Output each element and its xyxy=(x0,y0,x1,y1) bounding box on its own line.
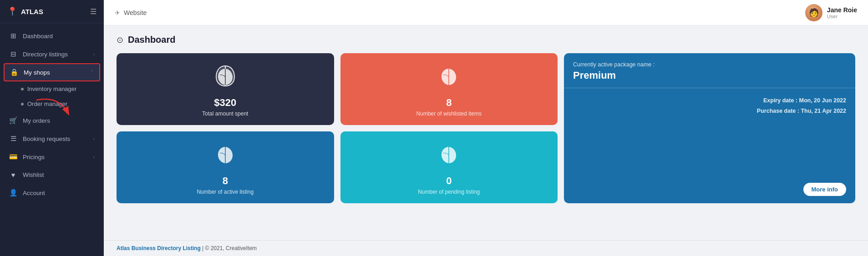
leaf-icon xyxy=(214,64,236,92)
topbar-user: 🧑 Jane Roie User xyxy=(805,4,857,21)
main-content: ✈ Website 🧑 Jane Roie User ⊙ Dashboard xyxy=(104,0,868,256)
dashboard-header-icon: ⊙ xyxy=(117,35,123,45)
app-name: ATLAS xyxy=(21,8,43,15)
sidebar-item-label: Account xyxy=(23,190,45,196)
dot-icon xyxy=(21,103,24,105)
user-avatar: 🧑 xyxy=(805,4,822,21)
lock-icon: 🔒 xyxy=(10,68,18,76)
orders-icon: 🛒 xyxy=(9,116,17,125)
sidebar-item-label: Pricings xyxy=(23,154,45,161)
cards-grid: $320 Total amount spent 8 Number of wish… xyxy=(117,53,855,203)
chevron-right-icon: › xyxy=(93,51,95,57)
sidebar-item-my-orders[interactable]: 🛒 My orders xyxy=(0,111,104,130)
wishlist-icon: ♥ xyxy=(9,171,17,179)
leaf-icon xyxy=(438,142,460,171)
package-name: Premium xyxy=(573,70,846,81)
sidebar: 📍 ATLAS ☰ ⊞ Dashboard ⊟ Directory listin… xyxy=(0,0,104,256)
account-icon: 👤 xyxy=(9,189,17,197)
logo-icon: 📍 xyxy=(7,6,17,16)
package-name-label: Currently active package name : xyxy=(573,61,846,68)
card-pending-listing: 0 Number of pending listing xyxy=(340,131,558,203)
more-info-button[interactable]: More info xyxy=(803,183,847,196)
booking-icon: ☰ xyxy=(9,135,17,143)
footer-brand: Atlas Business Directory Listing xyxy=(117,245,201,251)
app-logo: 📍 ATLAS xyxy=(7,6,43,16)
chevron-right-icon: › xyxy=(93,154,95,160)
sidebar-item-account[interactable]: 👤 Account xyxy=(0,184,104,202)
sidebar-subitem-label: Inventory manager xyxy=(27,85,76,92)
page-title: Dashboard xyxy=(128,35,175,45)
package-dates: Expiry date : Mon, 20 Jun 2022 Purchase … xyxy=(573,95,846,116)
sidebar-subitem-order-manager[interactable]: Order manager xyxy=(0,96,104,111)
sidebar-logo: 📍 ATLAS ☰ xyxy=(0,0,104,23)
card-label: Total amount spent xyxy=(202,110,248,117)
card-value: 8 xyxy=(223,175,228,187)
user-role: User xyxy=(827,14,857,19)
package-bottom: Expiry date : Mon, 20 Jun 2022 Purchase … xyxy=(564,88,855,203)
dashboard-icon: ⊞ xyxy=(9,32,17,40)
sidebar-item-pricings[interactable]: 💳 Pricings › xyxy=(0,148,104,166)
sidebar-subitem-inventory-manager[interactable]: Inventory manager xyxy=(0,81,104,96)
purchase-date: Purchase date : Thu, 21 Apr 2022 xyxy=(573,106,846,116)
card-total-amount: $320 Total amount spent xyxy=(117,53,334,125)
chevron-right-icon: › xyxy=(93,136,95,141)
sidebar-nav: ⊞ Dashboard ⊟ Directory listings › 🔒 My … xyxy=(0,23,104,256)
card-value: $320 xyxy=(214,97,236,109)
directory-icon: ⊟ xyxy=(9,50,17,58)
sidebar-item-label: Wishlist xyxy=(23,171,44,178)
sidebar-item-my-shops[interactable]: 🔒 My shops ˅ xyxy=(4,63,100,81)
sidebar-item-label: My shops xyxy=(24,69,50,76)
pricings-icon: 💳 xyxy=(9,153,17,161)
page-header: ⊙ Dashboard xyxy=(117,35,855,45)
sidebar-item-booking-requests[interactable]: ☰ Booking requests › xyxy=(0,130,104,148)
page-content: ⊙ Dashboard $320 Total a xyxy=(104,25,868,240)
package-top: Currently active package name : Premium xyxy=(564,53,855,88)
hamburger-icon[interactable]: ☰ xyxy=(90,7,96,16)
card-value: 0 xyxy=(446,175,452,187)
send-icon: ✈ xyxy=(115,9,120,16)
footer: Atlas Business Directory Listing | © 202… xyxy=(104,240,868,256)
website-label: Website xyxy=(124,9,147,16)
sidebar-item-directory-listings[interactable]: ⊟ Directory listings › xyxy=(0,45,104,63)
sidebar-item-label: Dashboard xyxy=(23,33,53,40)
sidebar-item-label: Directory listings xyxy=(23,51,68,58)
chevron-down-icon: ˅ xyxy=(91,70,94,75)
topbar: ✈ Website 🧑 Jane Roie User xyxy=(104,0,868,25)
sidebar-item-label: My orders xyxy=(23,117,50,124)
leaf-icon xyxy=(214,142,236,171)
footer-copy: | © 2021, CreativeItem xyxy=(202,245,257,251)
card-label: Number of active listing xyxy=(197,189,254,195)
topbar-website-link[interactable]: ✈ Website xyxy=(115,9,147,16)
card-label: Number of pending listing xyxy=(418,189,480,195)
card-label: Number of wishlisted items xyxy=(416,110,482,117)
package-panel: Currently active package name : Premium … xyxy=(564,53,855,203)
leaf-icon xyxy=(438,64,460,92)
sidebar-item-label: Booking requests xyxy=(23,136,70,142)
dot-icon xyxy=(21,88,24,90)
sidebar-item-dashboard[interactable]: ⊞ Dashboard xyxy=(0,27,104,45)
card-value: 8 xyxy=(446,97,452,109)
user-name: Jane Roie xyxy=(827,6,857,14)
sidebar-subitem-label: Order manager xyxy=(27,100,67,107)
sidebar-item-wishlist[interactable]: ♥ Wishlist xyxy=(0,166,104,184)
card-wishlisted-items: 8 Number of wishlisted items xyxy=(340,53,558,125)
user-info: Jane Roie User xyxy=(827,6,857,19)
card-active-listing: 8 Number of active listing xyxy=(117,131,334,203)
expiry-date: Expiry date : Mon, 20 Jun 2022 xyxy=(573,95,846,106)
